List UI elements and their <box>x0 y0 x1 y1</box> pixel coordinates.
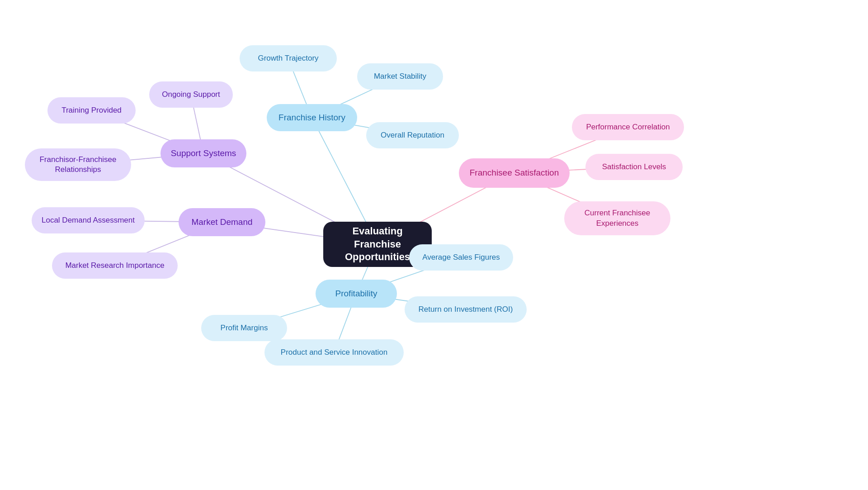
franchisor-franchisee-node: Franchisor-Franchisee Relationships <box>25 148 131 181</box>
profit-margins-node: Profit Margins <box>201 315 287 341</box>
average-sales-node: Average Sales Figures <box>409 244 513 271</box>
franchise-history-node: Franchise History <box>267 104 357 131</box>
roi-node: Return on Investment (ROI) <box>405 296 527 323</box>
market-research-node: Market Research Importance <box>52 252 178 279</box>
satisfaction-levels-node: Satisfaction Levels <box>585 154 683 180</box>
ongoing-support-node: Ongoing Support <box>149 81 233 108</box>
franchisee-satisfaction-node: Franchisee Satisfaction <box>459 158 570 188</box>
training-provided-node: Training Provided <box>47 97 136 124</box>
current-franchisee-node: Current Franchisee Experiences <box>564 201 670 235</box>
market-demand-node: Market Demand <box>179 208 265 236</box>
local-demand-node: Local Demand Assessment <box>32 207 145 233</box>
profitability-node: Profitability <box>316 280 397 308</box>
performance-correlation-node: Performance Correlation <box>572 114 684 140</box>
market-stability-node: Market Stability <box>357 63 443 90</box>
support-systems-node: Support Systems <box>160 139 246 167</box>
product-service-node: Product and Service Innovation <box>264 339 404 366</box>
growth-trajectory-node: Growth Trajectory <box>240 45 337 71</box>
overall-reputation-node: Overall Reputation <box>366 122 459 148</box>
